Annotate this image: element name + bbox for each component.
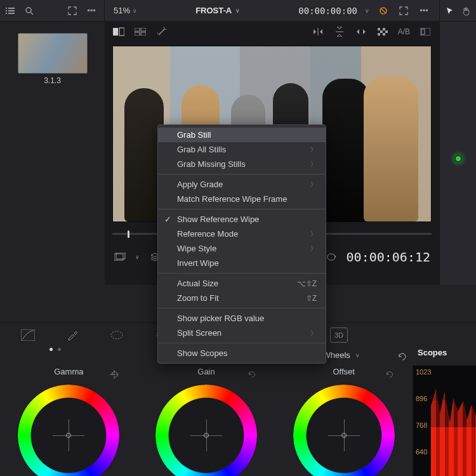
zoom-level[interactable]: 51%∨ — [114, 6, 137, 15]
color-wheel-offset[interactable]: Offset — [275, 366, 413, 476]
reset-wheel-icon[interactable] — [246, 368, 258, 381]
scope-tick: 640 — [416, 448, 427, 456]
svg-rect-4 — [6, 13, 7, 14]
menu-item-show-reference-wipe[interactable]: ✓Show Reference Wipe — [158, 212, 326, 227]
menu-item-reference-mode[interactable]: Reference Mode〉 — [158, 227, 326, 241]
3d-palette-icon[interactable]: 3D — [330, 327, 348, 343]
still-thumbnail[interactable] — [18, 33, 88, 74]
svg-rect-1 — [8, 8, 15, 9]
node-indicator[interactable] — [454, 155, 462, 162]
svg-rect-24 — [421, 29, 425, 34]
reset-wheel-icon[interactable] — [383, 368, 396, 381]
hand-tool-icon[interactable] — [460, 4, 473, 17]
menu-item-wipe-style[interactable]: Wipe Style〉 — [158, 241, 326, 256]
waveform-scope — [431, 368, 476, 476]
viewer-timecode[interactable]: 00:00:00:00 — [298, 6, 357, 16]
svg-rect-13 — [135, 32, 140, 36]
picker-icon[interactable] — [108, 368, 121, 381]
checker-wipe-icon[interactable] — [376, 25, 389, 38]
node-panel — [439, 22, 476, 285]
still-label: 3.1.3 — [5, 76, 100, 85]
svg-rect-18 — [383, 28, 385, 30]
viewer-context-menu: Grab StillGrab All Stills〉Grab Missing S… — [157, 124, 326, 364]
menu-item-split-screen[interactable]: Split Screen〉 — [158, 326, 326, 340]
diagonal-wipe-icon[interactable] — [355, 25, 367, 38]
color-wheel-gain[interactable]: Gain — [138, 366, 275, 476]
reset-all-icon[interactable] — [396, 350, 409, 363]
svg-rect-21 — [378, 33, 380, 36]
svg-rect-17 — [378, 28, 380, 30]
main-toolbar: ••• 51%∨ FROST-A∨ 00:00:00:00 ∨ ••• — [0, 0, 476, 22]
scopes-panel: 1023896768640 — [413, 366, 476, 476]
color-wheel-gamma[interactable]: Gamma — [0, 366, 138, 476]
stills-icon[interactable] — [114, 251, 126, 263]
vertical-wipe-icon[interactable] — [333, 25, 346, 38]
svg-rect-11 — [135, 28, 140, 31]
svg-line-7 — [30, 12, 33, 15]
out-timecode[interactable]: 00:00:06:12 — [347, 249, 430, 265]
menu-item-zoom-to-fit[interactable]: Zoom to Fit⇧Z — [158, 291, 326, 305]
search-icon[interactable] — [23, 4, 36, 17]
horizontal-wipe-icon[interactable] — [312, 25, 324, 38]
menu-item-match-reference-wipe-frame[interactable]: Match Reference Wipe Frame — [158, 192, 326, 206]
expand-icon[interactable] — [66, 4, 79, 17]
more-icon[interactable]: ••• — [85, 4, 98, 17]
split-wipe-icon[interactable] — [134, 25, 147, 38]
svg-point-6 — [26, 8, 31, 13]
svg-rect-2 — [6, 10, 7, 11]
eyedropper-icon[interactable] — [63, 327, 81, 343]
svg-rect-22 — [383, 33, 385, 36]
scope-tick: 896 — [416, 395, 427, 402]
svg-point-39 — [114, 374, 115, 375]
svg-rect-3 — [8, 10, 15, 11]
gallery-mode-icon[interactable] — [419, 25, 432, 38]
svg-point-28 — [111, 331, 122, 339]
loop-icon[interactable] — [325, 251, 338, 263]
menu-item-apply-grade[interactable]: Apply Grade〉 — [158, 177, 326, 192]
svg-rect-0 — [6, 8, 7, 9]
svg-rect-27 — [21, 329, 35, 341]
menu-item-show-scopes[interactable]: Show Scopes — [158, 346, 326, 360]
menu-item-grab-still[interactable]: Grab Still — [158, 128, 326, 142]
svg-rect-9 — [113, 28, 118, 36]
clip-name[interactable]: FROST-A∨ — [195, 6, 240, 15]
ab-label[interactable]: A/B — [398, 27, 410, 36]
shape-palette-icon[interactable] — [108, 327, 126, 343]
color-wheels-panel: Gamma Gain Offset — [0, 366, 413, 476]
svg-rect-14 — [141, 32, 146, 36]
menu-item-actual-size[interactable]: Actual Size⌥⇧Z — [158, 276, 326, 291]
scope-tick: 768 — [416, 421, 427, 429]
svg-rect-19 — [380, 30, 383, 33]
curves-palette-icon[interactable] — [19, 327, 37, 343]
magic-wand-icon[interactable] — [155, 25, 168, 38]
image-wipe-icon[interactable] — [112, 25, 125, 38]
svg-rect-20 — [385, 30, 388, 33]
more-viewer-icon[interactable]: ••• — [418, 4, 430, 17]
scope-tick: 1023 — [416, 368, 431, 376]
scopes-title: Scopes — [418, 348, 447, 357]
svg-rect-10 — [119, 28, 124, 36]
pointer-tool-icon[interactable] — [444, 4, 456, 17]
palette-pager[interactable] — [50, 348, 61, 351]
bypass-color-icon[interactable] — [377, 4, 390, 17]
menu-item-invert-wipe[interactable]: Invert Wipe — [158, 256, 326, 270]
svg-rect-12 — [141, 28, 146, 31]
svg-rect-5 — [8, 13, 15, 14]
menu-item-grab-all-stills[interactable]: Grab All Stills〉 — [158, 142, 326, 157]
list-view-icon[interactable] — [4, 4, 17, 17]
menu-item-grab-missing-stills[interactable]: Grab Missing Stills〉 — [158, 157, 326, 171]
menu-item-show-picker-rgb-value[interactable]: Show picker RGB value — [158, 311, 326, 326]
fullscreen-icon[interactable] — [397, 4, 410, 17]
gallery-panel: 3.1.3 — [0, 22, 105, 282]
